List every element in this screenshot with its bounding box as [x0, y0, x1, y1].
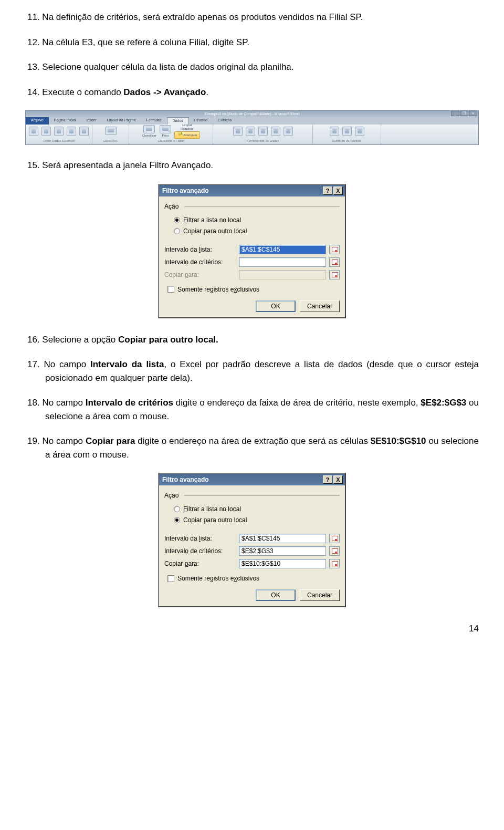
group-getdata: Obter Dados Externos — [43, 139, 74, 143]
step-16: 16. Selecione a opção Copiar para outro … — [25, 333, 479, 347]
dialog-help-button-2[interactable]: ? — [323, 475, 332, 484]
copy-to-ref-button-2[interactable] — [329, 559, 340, 568]
step-13: 13. Selecione qualquer célula da lista d… — [25, 60, 479, 74]
cancel-button[interactable]: Cancelar — [300, 300, 340, 312]
ungroup-icon — [342, 127, 352, 136]
radio-filter-in-place[interactable] — [174, 217, 180, 223]
unique-records-checkbox-2[interactable] — [167, 575, 174, 582]
advanced-filter-dialog-1: Filtro avançado ? X Ação Filtrar a lista… — [158, 184, 346, 318]
step-17: 17. No campo Intervalo da lista, o Excel… — [25, 358, 479, 385]
tab-file[interactable]: Arquivo — [26, 117, 49, 124]
criteria-range-label: Intervalo de critérios: — [164, 257, 236, 267]
copy-to-input-2[interactable]: $E$10:$G$10 — [239, 559, 326, 568]
step-12: 12. Na célula E3, que se refere á coluna… — [25, 36, 479, 49]
step-16-pre: 16. Selecione a opção — [27, 335, 118, 345]
tab-home[interactable]: Página Inicial — [49, 117, 81, 124]
consolidate-icon — [271, 127, 280, 136]
validation-icon — [258, 127, 268, 136]
step-16-bold: Copiar para outro local. — [118, 335, 218, 345]
list-range-input-2[interactable]: $A$1:$C$145 — [239, 534, 326, 543]
step-19-b1: Copiar para — [86, 436, 135, 446]
radio-copy-other[interactable] — [174, 228, 180, 234]
access-icon — [29, 127, 38, 136]
ribbon-tabstrip: Arquivo Página Inicial Inserir Layout da… — [26, 117, 478, 124]
unique-records-label: Somente registros exclusivos — [177, 285, 259, 294]
web-icon — [41, 127, 51, 136]
criteria-range-ref-button-2[interactable] — [329, 546, 340, 556]
criteria-range-label-2: Intervalo de critérios: — [164, 546, 236, 556]
page-number: 14 — [25, 622, 479, 636]
list-range-input[interactable]: $A$1:$C$145 — [239, 245, 326, 254]
radio-filter-label: Filtrar a lista no local — [183, 215, 241, 225]
other-sources-icon — [67, 127, 76, 136]
radio-copy-label: Copiar para outro local — [183, 226, 247, 236]
advanced-filter-button[interactable]: Avançado — [174, 131, 200, 139]
tab-view[interactable]: Exibição — [213, 117, 237, 124]
dialog-title-2: Filtro avançado — [162, 475, 209, 484]
radio-filter-label-2: Filtrar a lista no local — [183, 504, 241, 514]
radio-copy-other-2[interactable] — [174, 517, 180, 523]
window-title: Exemplo2.xls [Modo de Compatibilidade] -… — [26, 111, 478, 117]
group-outline: Estrutura de Tópicos — [332, 139, 361, 143]
step-19-pre: 19. No campo — [27, 436, 86, 446]
criteria-range-input-2[interactable]: $E$2:$G$3 — [239, 546, 326, 556]
step-18-pre: 18. No campo — [27, 398, 86, 408]
dialog-title: Filtro avançado — [162, 186, 209, 195]
step-15: 15. Será apresentada a janela Filtro Ava… — [25, 159, 479, 172]
list-range-label-2: Intervalo da lista: — [164, 534, 236, 543]
criteria-range-ref-button[interactable] — [329, 257, 340, 267]
excel-ribbon-screenshot: Exemplo2.xls [Modo de Compatibilidade] -… — [25, 110, 479, 145]
list-range-ref-button[interactable] — [329, 245, 340, 254]
step-14-post: . — [206, 87, 208, 97]
action-label: Ação — [164, 202, 181, 211]
unique-records-checkbox[interactable] — [167, 286, 174, 293]
filter-label: Filtro — [162, 134, 169, 138]
sort-label: Classificar — [142, 134, 156, 138]
min-window-icon: _ — [451, 111, 459, 116]
step-18-b1: Intervalo de critérios — [86, 398, 173, 408]
step-18-b2: $E$2:$G$3 — [421, 398, 466, 408]
dialog-close-button[interactable]: X — [333, 186, 343, 195]
remove-dup-icon — [246, 127, 255, 136]
ok-button-2[interactable]: OK — [256, 589, 296, 601]
text-icon — [54, 127, 64, 136]
clear-label: Limpar — [174, 123, 200, 127]
sort-az-icon — [143, 125, 155, 133]
step-18: 18. No campo Intervalo de critérios digi… — [25, 396, 479, 423]
close-window-icon: × — [469, 111, 477, 116]
refresh-icon — [105, 127, 117, 135]
dialog-close-button-2[interactable]: X — [333, 475, 343, 484]
ok-button[interactable]: OK — [256, 300, 296, 312]
step-14: 14. Execute o comando Dados -> Avançado. — [25, 86, 479, 99]
text-to-cols-icon — [233, 127, 243, 136]
unique-records-label-2: Somente registros exclusivos — [177, 574, 259, 583]
subtotal-icon — [355, 127, 364, 136]
step-19: 19. No campo Copiar para digite o endere… — [25, 434, 479, 461]
criteria-range-input[interactable] — [239, 257, 326, 267]
group-connections: Conexões — [103, 139, 118, 143]
action-label-2: Ação — [164, 491, 181, 500]
whatif-icon — [284, 127, 293, 136]
step-17-pre: 17. No campo — [27, 359, 90, 369]
group-sortfilter: Classificar e Filtrar — [158, 139, 184, 143]
dialog-help-button[interactable]: ? — [323, 186, 332, 195]
existing-conn-icon — [79, 127, 89, 136]
funnel-icon — [177, 132, 182, 138]
copy-to-ref-button[interactable] — [329, 270, 340, 279]
step-19-mid: digite o endereço na área de extração qu… — [135, 436, 370, 446]
copy-to-label: Copiar para: — [164, 270, 236, 279]
tab-layout[interactable]: Layout da Página — [102, 117, 141, 124]
advanced-filter-dialog-2: Filtro avançado ? X Ação Filtrar a lista… — [158, 473, 346, 607]
list-range-ref-button-2[interactable] — [329, 534, 340, 543]
copy-to-label-2: Copiar para: — [164, 559, 236, 568]
copy-to-input-disabled — [239, 270, 326, 279]
radio-copy-label-2: Copiar para outro local — [183, 515, 247, 525]
step-19-b2: $E$10:$G$10 — [371, 436, 426, 446]
reapply-label: Reaplicar — [174, 127, 200, 131]
advanced-label: Avançado — [183, 133, 197, 138]
radio-filter-in-place-2[interactable] — [174, 506, 180, 512]
tab-insert[interactable]: Inserir — [81, 117, 101, 124]
filter-icon — [160, 125, 171, 133]
group-icon — [330, 127, 339, 136]
cancel-button-2[interactable]: Cancelar — [300, 589, 340, 601]
